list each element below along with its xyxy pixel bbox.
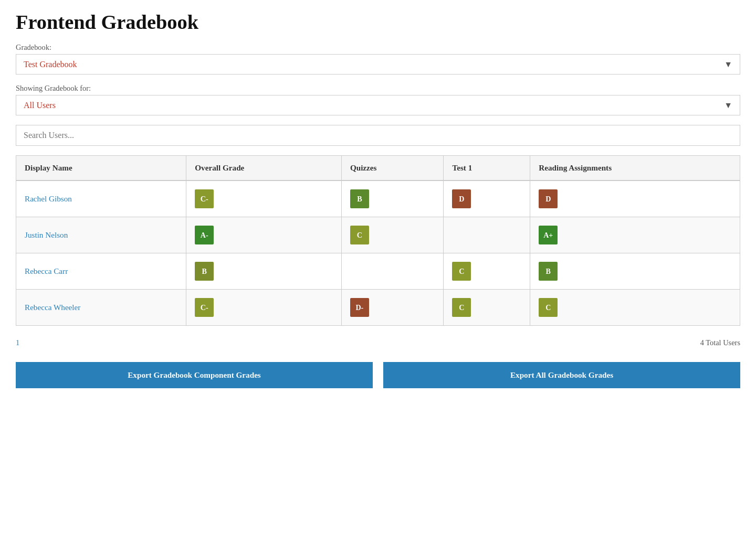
- quizzes-grade-badge: D-: [350, 298, 369, 317]
- overall-grade-badge: C-: [195, 189, 214, 208]
- search-wrapper: [16, 125, 740, 146]
- student-link[interactable]: Rebecca Wheeler: [25, 303, 80, 312]
- test1-grade-badge: C: [452, 298, 471, 317]
- table-row: Justin NelsonA-CA+: [16, 217, 740, 253]
- users-select-wrapper: All Users ▼: [16, 95, 740, 115]
- export-all-button[interactable]: Export All Gradebook Grades: [383, 362, 740, 388]
- grades-table: Display Name Overall Grade Quizzes Test …: [16, 155, 740, 326]
- overall-grade-badge: A-: [195, 226, 214, 244]
- reading-grade-badge: D: [539, 189, 558, 208]
- table-row: Rachel GibsonC-BDD: [16, 180, 740, 217]
- table-body: Rachel GibsonC-BDDJustin NelsonA-CA+Rebe…: [16, 180, 740, 326]
- overall-grade-badge: C-: [195, 298, 214, 317]
- col-display-name: Display Name: [16, 156, 186, 181]
- showing-label: Showing Gradebook for:: [16, 84, 740, 93]
- gradebook-select[interactable]: Test Gradebook: [16, 55, 740, 74]
- student-link[interactable]: Rachel Gibson: [25, 194, 72, 203]
- page-title: Frontend Gradebook: [16, 10, 740, 34]
- buttons-row: Export Gradebook Component Grades Export…: [16, 362, 740, 388]
- pagination-row: 1 4 Total Users: [16, 334, 740, 357]
- users-select[interactable]: All Users: [16, 95, 740, 115]
- total-users-label: 4 Total Users: [700, 338, 740, 347]
- test1-grade-badge: D: [452, 189, 471, 208]
- table-row: Rebecca CarrBCB: [16, 253, 740, 290]
- users-filter-field: Showing Gradebook for: All Users ▼: [16, 84, 740, 115]
- table-header: Display Name Overall Grade Quizzes Test …: [16, 156, 740, 181]
- reading-grade-badge: A+: [539, 226, 558, 244]
- export-component-button[interactable]: Export Gradebook Component Grades: [16, 362, 373, 388]
- quizzes-grade-badge: C: [350, 226, 369, 244]
- page-1-link[interactable]: 1: [16, 338, 19, 347]
- student-link[interactable]: Rebecca Carr: [25, 267, 68, 275]
- reading-grade-badge: C: [539, 298, 558, 317]
- student-link[interactable]: Justin Nelson: [25, 230, 68, 239]
- col-overall-grade: Overall Grade: [186, 156, 342, 181]
- overall-grade-badge: B: [195, 262, 214, 281]
- search-input[interactable]: [16, 125, 740, 145]
- gradebook-field: Gradebook: Test Gradebook ▼: [16, 43, 740, 74]
- test1-grade-badge: C: [452, 262, 471, 281]
- quizzes-grade-badge: B: [350, 189, 369, 208]
- gradebook-label: Gradebook:: [16, 43, 740, 52]
- reading-grade-badge: B: [539, 262, 558, 281]
- col-quizzes: Quizzes: [341, 156, 444, 181]
- table-row: Rebecca WheelerC-D-CC: [16, 290, 740, 326]
- gradebook-select-wrapper: Test Gradebook ▼: [16, 54, 740, 74]
- col-reading: Reading Assignments: [530, 156, 740, 181]
- col-test1: Test 1: [444, 156, 530, 181]
